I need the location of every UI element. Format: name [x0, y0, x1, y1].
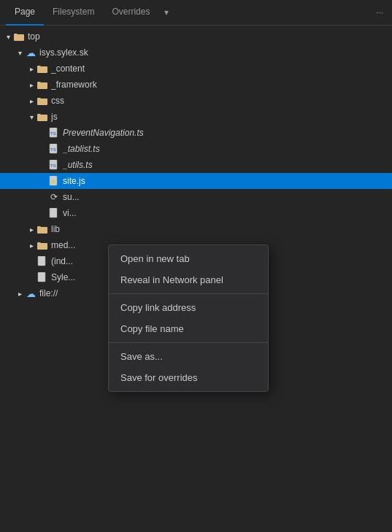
tab-filesystem[interactable]: Filesystem [44, 0, 103, 26]
context-menu-copy-filename[interactable]: Copy file name [109, 318, 268, 339]
svg-text:JS: JS [50, 180, 55, 184]
tree-label-js: js [51, 112, 58, 122]
tree-item-top[interactable]: top [0, 28, 392, 45]
tree-label-syle: Syle... [51, 272, 75, 282]
tree-item-sitejs[interactable]: JS site.js [0, 173, 392, 189]
ts-file-icon-utils: TS [48, 159, 60, 171]
tree-label-utils: _utils.ts [63, 160, 93, 170]
ts-file-icon-preventnav: TS [48, 127, 60, 139]
tree-arrow-lib [26, 224, 36, 234]
tree-label-content: _content [51, 63, 85, 74]
ts-file-icon-tablist: TS [48, 143, 60, 155]
folder-icon-js [36, 111, 48, 123]
tree-item-css[interactable]: css [0, 93, 392, 109]
tree-arrow-css [26, 96, 36, 106]
tree-item-isys[interactable]: ☁ isys.sylex.sk [0, 45, 392, 61]
file-icon-vi [48, 207, 60, 219]
tab-overrides[interactable]: Overrides [103, 0, 158, 26]
svg-text:TS: TS [50, 147, 56, 152]
tree-item-content[interactable]: _content [0, 61, 392, 77]
svg-rect-8 [50, 208, 57, 217]
tree-label-lib: lib [51, 224, 60, 234]
context-menu-separator-1 [109, 293, 268, 294]
folder-icon-top [13, 31, 25, 42]
context-menu-open-new-tab[interactable]: Open in new tab [109, 248, 268, 269]
cloud-icon-file: ☁ [25, 288, 36, 299]
svg-text:TS: TS [50, 163, 56, 168]
tree-label-css: css [51, 96, 64, 106]
tree-arrow-med [26, 240, 36, 250]
file-icon-ind [36, 255, 48, 267]
tab-bar: Page Filesystem Overrides ▾ ··· [0, 0, 392, 26]
context-menu-save-overrides[interactable]: Save for overrides [109, 367, 268, 388]
tree-item-preventnav[interactable]: TS PreventNavigation.ts [0, 125, 392, 141]
tree-item-su[interactable]: ⟳ su... [0, 189, 392, 205]
tree-label-su: su... [63, 192, 80, 202]
tree-item-framework[interactable]: _framework [0, 77, 392, 93]
tree-arrow-isys [15, 47, 25, 58]
tree-label-ind: (ind... [51, 256, 73, 266]
spinner-icon-su: ⟳ [48, 191, 60, 203]
cloud-icon-isys: ☁ [25, 47, 36, 58]
context-menu-reveal-network[interactable]: Reveal in Network panel [109, 269, 268, 290]
context-menu-copy-link[interactable]: Copy link address [109, 297, 268, 318]
svg-rect-10 [38, 272, 45, 282]
tab-more-button[interactable]: ··· [373, 4, 386, 20]
tree-item-js[interactable]: js [0, 109, 392, 125]
tree-item-utils[interactable]: TS _utils.ts [0, 157, 392, 173]
tree-label-preventnav: PreventNavigation.ts [63, 128, 144, 138]
context-menu-save-as[interactable]: Save as... [109, 346, 268, 367]
tree-arrow-framework [26, 80, 36, 90]
tree-label-framework: _framework [51, 80, 97, 90]
folder-icon-framework [36, 79, 48, 90]
file-icon-syle [36, 271, 48, 283]
tab-page[interactable]: Page [6, 0, 44, 26]
tree-label-isys: isys.sylex.sk [39, 47, 88, 58]
folder-icon-med [36, 239, 48, 251]
folder-icon-content [36, 63, 48, 74]
folder-icon-css [36, 95, 48, 107]
tree-label-top: top [28, 31, 40, 42]
context-menu: Open in new tab Reveal in Network panel … [108, 244, 269, 392]
tree-label-vi: vi... [63, 208, 77, 218]
svg-text:TS: TS [50, 131, 56, 136]
tree-label-file: file:// [39, 288, 58, 298]
tree-item-lib[interactable]: lib [0, 221, 392, 237]
tree-label-tablist: _tablist.ts [63, 144, 100, 154]
tree-label-med: med... [51, 240, 75, 250]
context-menu-separator-2 [109, 342, 268, 343]
folder-icon-lib [36, 223, 48, 235]
tree-arrow-js [26, 112, 36, 122]
tree-label-sitejs: site.js [63, 176, 85, 186]
tree-item-tablist[interactable]: TS _tablist.ts [0, 141, 392, 157]
tree-item-vi[interactable]: vi... [0, 205, 392, 221]
tree-arrow-file [15, 288, 25, 298]
js-file-icon-sitejs: JS [48, 175, 60, 187]
tree-arrow-content [26, 63, 36, 74]
tree-arrow-top [3, 31, 13, 42]
svg-rect-9 [38, 256, 45, 266]
tab-dropdown[interactable]: ▾ [161, 4, 172, 20]
